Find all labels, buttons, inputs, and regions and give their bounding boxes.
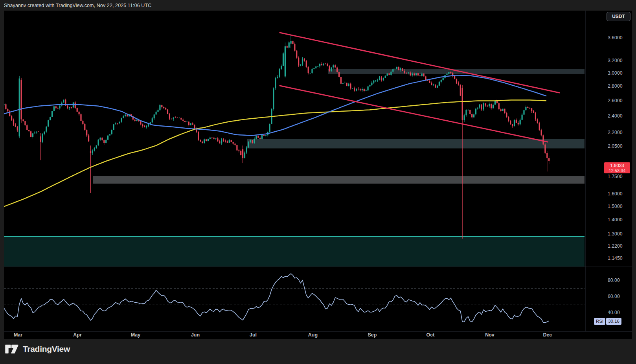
tradingview-logo-text: TradingView [23,344,70,354]
price-tick-label: 2.2000 [608,130,623,135]
month-label[interactable]: May [131,332,140,338]
month-label[interactable]: Jun [191,332,200,338]
month-label[interactable]: Oct [426,332,435,338]
price-tick-label: 2.8000 [608,83,623,89]
month-label[interactable]: Jul [250,332,257,338]
price-tick-label: 1.3000 [608,231,623,237]
quote-currency-badge[interactable]: USDT [607,12,630,21]
last-price-label: 1.9033 12:53:34 [604,162,630,173]
tradingview-screenshot: Shayannv created with TradingView.com, N… [0,0,636,364]
month-label[interactable]: Nov [485,332,494,338]
price-tick-label: 2.0500 [608,143,623,149]
month-label[interactable]: Mar [14,332,22,338]
chart-canvas[interactable]: 3.60003.20003.00002.80002.60002.40002.20… [0,0,636,364]
rsi-current-value-badge: 30.16 [606,318,621,325]
price-tick-label: 1.7500 [608,174,623,179]
quote-currency-label: USDT [612,14,625,19]
rsi-tick-label: 40.00 [608,310,620,315]
price-tick-label: 1.4000 [608,217,623,222]
rsi-value-badges: RSI 30.16 [594,318,621,325]
mid-zone-2.05 [247,139,585,149]
month-label[interactable]: Aug [308,332,318,338]
tradingview-logo[interactable]: TradingView [5,344,70,355]
price-tick-label: 2.6000 [608,98,623,103]
price-tick-label: 1.6000 [608,191,623,197]
price-tick-label: 1.5000 [608,204,623,209]
tradingview-logo-icon [5,344,20,355]
rsi-tick-label: 60.00 [608,294,620,299]
demand-zone-1.22 [4,237,585,267]
rsi-name-badge: RSI [594,318,605,325]
rsi-tick-label: 80.00 [608,278,620,283]
chart-background [4,11,632,339]
month-label[interactable]: Sep [368,332,377,338]
price-tick-label: 1.1450 [608,256,623,261]
price-tick-label: 3.2000 [608,58,623,63]
price-tick-label: 3.0000 [608,70,623,76]
bar-countdown: 12:53:34 [604,168,630,173]
support-zone-1.75 [93,176,585,184]
price-tick-label: 1.2200 [608,243,623,249]
last-price-value: 1.9033 [610,163,624,168]
price-tick-label: 3.6000 [608,35,623,40]
price-tick-label: 2.4000 [608,113,623,119]
supply-zone-3.00 [328,69,585,74]
month-label[interactable]: Apr [73,332,82,338]
month-label[interactable]: Dec [543,332,552,338]
